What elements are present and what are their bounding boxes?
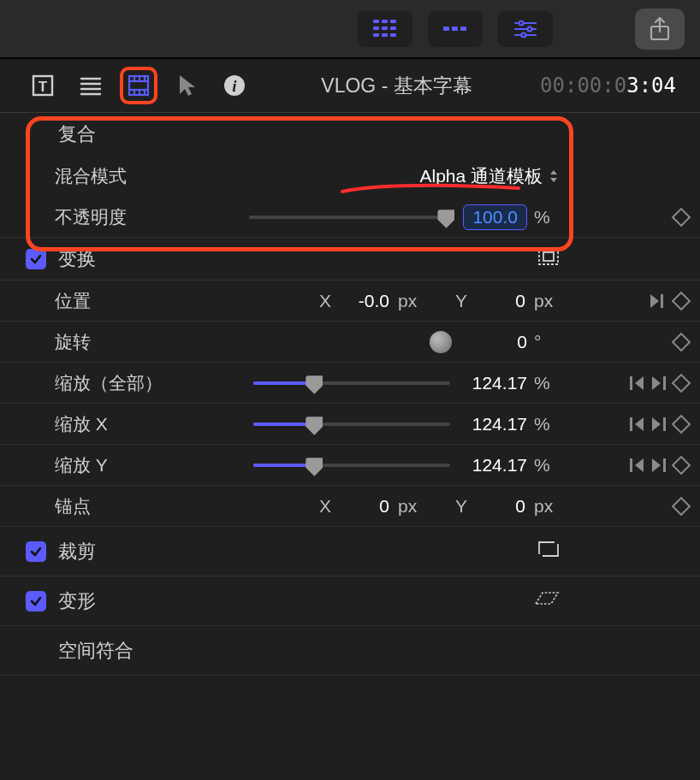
scale-x-keyframe-button[interactable] xyxy=(672,414,691,434)
scale-all-row: 缩放（全部） 124.17 % xyxy=(0,363,700,404)
scale-y-value[interactable]: 124.17 xyxy=(467,455,527,476)
svg-marker-35 xyxy=(180,75,195,96)
dropdown-caret-icon xyxy=(548,168,560,184)
timecode: 00:00:03:04 xyxy=(540,74,676,98)
scale-y-prev-keyframe[interactable] xyxy=(630,458,644,472)
share-button[interactable] xyxy=(635,9,685,50)
clip-title: VLOG - 基本字幕 xyxy=(253,73,540,99)
svg-point-15 xyxy=(528,27,532,31)
scale-all-slider[interactable] xyxy=(253,381,450,385)
distort-checkbox[interactable] xyxy=(26,591,46,612)
anchor-keyframe-button[interactable] xyxy=(672,496,691,516)
opacity-keyframe-button[interactable] xyxy=(672,207,691,227)
view-grid-button[interactable] xyxy=(358,11,412,47)
opacity-slider[interactable] xyxy=(249,216,446,219)
rotation-label: 旋转 xyxy=(26,330,197,354)
view-strip-button[interactable] xyxy=(428,11,483,47)
info-tab[interactable]: i xyxy=(216,67,253,104)
spatial-section-header[interactable]: 空间符合 xyxy=(0,626,700,676)
anchor-y-value[interactable]: 0 xyxy=(478,496,525,517)
composite-section-header: 复合 xyxy=(0,113,700,156)
opacity-slider-thumb[interactable] xyxy=(437,210,454,228)
position-y-value[interactable]: 0 xyxy=(478,291,525,311)
scale-all-unit: % xyxy=(534,373,560,393)
svg-rect-43 xyxy=(661,294,663,308)
svg-rect-41 xyxy=(543,252,554,261)
scale-x-row: 缩放 X 124.17 % xyxy=(0,404,700,445)
svg-rect-11 xyxy=(460,27,466,31)
distort-section-header[interactable]: 变形 xyxy=(0,576,700,626)
opacity-value-input[interactable]: 100.0 xyxy=(463,204,527,230)
anchor-row: 锚点 X 0 px Y 0 px xyxy=(0,486,700,527)
svg-text:T: T xyxy=(39,79,48,95)
rotation-unit: ° xyxy=(534,332,560,352)
view-sliders-button[interactable] xyxy=(498,11,553,47)
scale-all-next-keyframe[interactable] xyxy=(652,376,666,390)
scale-x-prev-keyframe[interactable] xyxy=(630,417,644,431)
scale-x-label: 缩放 X xyxy=(26,412,197,436)
transform-section-header[interactable]: 变换 xyxy=(0,238,700,281)
rotation-knob[interactable] xyxy=(430,331,452,353)
svg-rect-2 xyxy=(390,20,396,23)
inspector-header: T i VLOG - 基本字幕 00:00:03:04 xyxy=(0,58,700,113)
svg-rect-3 xyxy=(373,27,379,30)
crop-section-header[interactable]: 裁剪 xyxy=(0,527,700,576)
blend-mode-row: 混合模式 Alpha 通道模板 xyxy=(0,156,700,197)
text-tab[interactable]: T xyxy=(24,67,62,104)
svg-marker-46 xyxy=(652,376,661,390)
paragraph-tab[interactable] xyxy=(72,67,110,104)
scale-y-next-keyframe[interactable] xyxy=(652,458,666,472)
opacity-label: 不透明度 xyxy=(26,205,197,229)
svg-rect-6 xyxy=(373,33,379,37)
scale-all-keyframe-button[interactable] xyxy=(672,373,691,393)
svg-rect-44 xyxy=(630,376,632,390)
svg-marker-42 xyxy=(650,294,659,308)
scale-x-value[interactable]: 124.17 xyxy=(467,414,527,434)
svg-rect-10 xyxy=(452,27,458,31)
svg-marker-38 xyxy=(550,170,557,174)
svg-rect-47 xyxy=(663,376,666,390)
position-y-unit: px xyxy=(534,291,560,311)
svg-marker-45 xyxy=(635,376,644,390)
svg-marker-53 xyxy=(635,458,644,472)
scale-x-next-keyframe[interactable] xyxy=(652,417,666,431)
opacity-row: 不透明度 100.0 % xyxy=(0,197,700,238)
anchor-x-value[interactable]: 0 xyxy=(342,496,389,517)
position-x-value[interactable]: -0.0 xyxy=(342,291,389,311)
scale-all-prev-keyframe[interactable] xyxy=(630,376,644,390)
distort-onscreen-icon[interactable] xyxy=(534,590,560,612)
video-tab[interactable] xyxy=(120,67,157,104)
position-label: 位置 xyxy=(26,289,197,313)
rotation-value[interactable]: 0 xyxy=(467,332,527,352)
scale-x-slider-thumb[interactable] xyxy=(306,417,323,435)
crop-checkbox[interactable] xyxy=(26,541,46,562)
position-next-keyframe[interactable] xyxy=(650,294,666,308)
svg-rect-51 xyxy=(663,417,666,431)
scale-x-slider[interactable] xyxy=(253,422,450,426)
svg-point-13 xyxy=(519,21,524,25)
rotation-keyframe-button[interactable] xyxy=(672,332,691,352)
anchor-y-unit: px xyxy=(534,496,560,517)
scale-all-value[interactable]: 124.17 xyxy=(467,373,527,393)
position-keyframe-button[interactable] xyxy=(672,291,691,310)
top-toolbar xyxy=(0,0,700,58)
scale-y-slider[interactable] xyxy=(253,464,450,467)
scale-y-row: 缩放 Y 124.17 % xyxy=(0,445,700,486)
cursor-tab[interactable] xyxy=(168,67,205,104)
scale-all-label: 缩放（全部） xyxy=(26,371,197,395)
svg-point-17 xyxy=(522,32,526,37)
transform-checkbox[interactable] xyxy=(26,249,46,269)
position-row: 位置 X -0.0 px Y 0 px xyxy=(0,281,700,322)
scale-y-slider-thumb[interactable] xyxy=(306,458,323,476)
svg-rect-7 xyxy=(382,33,388,37)
blend-mode-label: 混合模式 xyxy=(26,164,197,188)
crop-onscreen-icon[interactable] xyxy=(537,539,560,564)
svg-marker-56 xyxy=(536,593,558,604)
scale-all-slider-thumb[interactable] xyxy=(306,375,323,394)
transform-onscreen-icon[interactable] xyxy=(537,247,560,271)
opacity-unit: % xyxy=(534,207,560,228)
svg-rect-48 xyxy=(630,417,632,431)
svg-rect-55 xyxy=(663,458,666,472)
scale-y-keyframe-button[interactable] xyxy=(672,455,691,475)
distort-label: 变形 xyxy=(58,588,229,614)
